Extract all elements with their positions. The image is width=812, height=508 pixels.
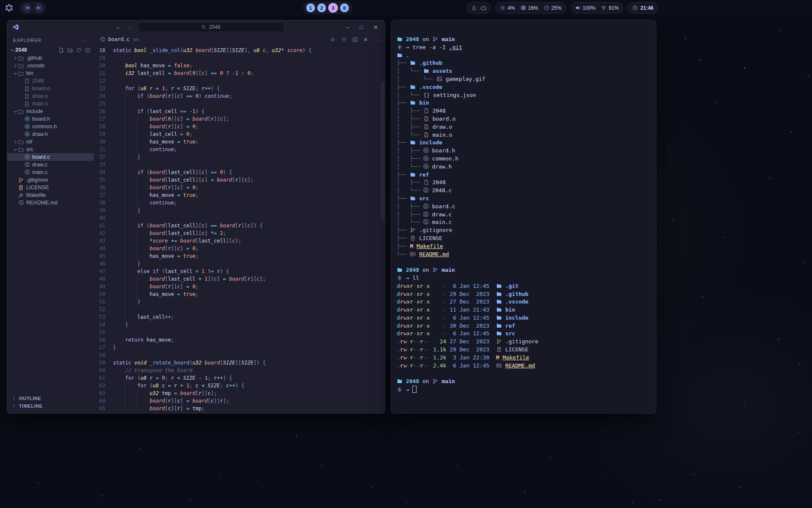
file-icon — [423, 179, 429, 185]
tree-item-board.c[interactable]: Ⓒboard.c — [7, 153, 94, 161]
tree-item-.github[interactable]: .github — [7, 54, 94, 62]
tree-item-main.c[interactable]: Ⓒmain.c — [7, 168, 94, 176]
terminal-line: drwxr-xr-x - 6 Jan 12:45 include — [397, 314, 653, 322]
tree-item-.gitignore[interactable]: .gitignore — [7, 176, 94, 184]
code-line-51: 51 } — [94, 298, 385, 306]
command-center-search[interactable]: 2048 — [138, 22, 284, 32]
code-line-53: 53 last_cell++; — [94, 313, 385, 321]
code-editor[interactable]: 18static bool _slide_col(u32 board[SIZE]… — [94, 45, 385, 413]
tree-item-label: bin — [26, 70, 33, 76]
project-header[interactable]: 2048 — [7, 46, 94, 54]
settings-gear-icon[interactable] — [341, 37, 347, 42]
tree-item-LICENSE[interactable]: LICENSE — [7, 184, 94, 191]
rain-drop-icon — [471, 5, 477, 11]
tree-item-common.h[interactable]: Ⓗcommon.h — [7, 123, 94, 130]
h-file-icon: Ⓗ — [24, 124, 30, 129]
tree-item-.vscode[interactable]: .vscode — [7, 62, 94, 69]
tree-item-bin[interactable]: bin — [7, 69, 94, 77]
code-line-60: 60 // transpose the board — [94, 367, 385, 374]
editor-scrollbar[interactable] — [381, 81, 384, 221]
tree-item-draw.h[interactable]: Ⓗdraw.h — [7, 130, 94, 138]
maximize-button[interactable]: □ — [359, 24, 363, 30]
code-line-39: 39 } — [94, 207, 385, 214]
workspace-8[interactable]: 8 — [340, 3, 349, 12]
launcher-icon[interactable] — [5, 3, 14, 12]
terminal-line: ├── ref — [397, 171, 653, 179]
terminal-line: │ └── Ⓒ main.c — [397, 218, 653, 226]
close-button[interactable]: ✕ — [373, 24, 378, 30]
minimize-button[interactable]: – — [346, 24, 349, 30]
binfile-icon — [24, 101, 30, 107]
tree-item-main.o[interactable]: main.o — [7, 100, 94, 108]
foldero-icon — [18, 109, 24, 114]
close-editor-icon[interactable]: ✕ — [363, 37, 368, 42]
split-editor-icon[interactable] — [352, 37, 358, 42]
outline-panel[interactable]: OUTLINE — [7, 395, 94, 402]
terminal-line — [397, 258, 653, 266]
nav-forward-button[interactable]: → — [127, 24, 133, 30]
new-file-icon[interactable] — [58, 47, 64, 53]
chev-right-icon — [12, 139, 18, 145]
tree-item-src[interactable]: src — [7, 146, 94, 153]
terminal-line: ├── M Makefile — [397, 243, 653, 251]
timeline-panel[interactable]: TIMELINE — [7, 402, 94, 410]
terminal-line: │ └── main.o — [397, 131, 653, 139]
tree-item-label: .github — [26, 55, 42, 61]
explorer-more-icon[interactable]: ··· — [81, 37, 88, 44]
clock-widget[interactable]: 21:46 — [628, 2, 658, 14]
chev-down-icon — [12, 70, 18, 76]
weather-widget[interactable] — [466, 2, 491, 14]
terminal-line: └── README.md — [397, 251, 653, 259]
terminal-line: .rw-r--r-- 24 27 Dec 2023 .gitignore — [397, 338, 653, 346]
tree-item-board.o[interactable]: board.o — [7, 85, 94, 92]
tree-item-ref[interactable]: ref — [7, 138, 94, 146]
media-next-button[interactable] — [34, 3, 43, 12]
volume-stat[interactable]: 100% — [575, 5, 596, 11]
terminal-line: drwxr-xr-x - 29 Dec 2023 .github — [397, 290, 653, 298]
h-file-icon: Ⓗ — [24, 116, 30, 121]
top-bar: 1238 4% 16% 25% 100% 91% 21:46 — [0, 0, 812, 16]
collapse-all-icon[interactable] — [85, 47, 91, 53]
tree-item-draw.c[interactable]: Ⓒdraw.c — [7, 161, 94, 168]
tree-item-label: Makefile — [26, 192, 46, 198]
terminal-line: .rw-r--r-- 1.2k 3 Jan 22:30 M Makefile — [397, 354, 653, 362]
more-actions-icon[interactable]: ··· — [373, 37, 379, 42]
terminal-line: 2048 on main — [397, 36, 653, 44]
code-line-58: 58 — [94, 351, 385, 359]
binfile-icon — [24, 86, 30, 91]
code-line-27: 27 board[0][c] = board[r][c]; — [94, 115, 385, 123]
tab-bar: Ⓒ board.c src ✕ ··· — [94, 34, 385, 45]
outline-label: OUTLINE — [19, 396, 41, 401]
binfile-icon — [423, 124, 429, 130]
wifi-stat[interactable]: 91% — [601, 5, 619, 11]
tree-item-Makefile[interactable]: Makefile — [7, 191, 94, 199]
workspace-1[interactable]: 1 — [306, 3, 315, 12]
speaker-icon — [575, 5, 581, 11]
tree-item-README.md[interactable]: ⓘREADME.md — [7, 199, 94, 207]
run-file-icon[interactable] — [330, 37, 336, 42]
folder-icon — [423, 68, 429, 74]
terminal-line: drwxr-xr-x - 6 Jan 12:45 .git — [397, 282, 653, 290]
code-line-33: 33 — [94, 161, 385, 168]
folder-icon — [410, 140, 416, 145]
tree-item-label: draw.o — [32, 93, 48, 99]
tree-item-label: board.c — [32, 154, 50, 160]
tree-item-2048[interactable]: 2048 — [7, 77, 94, 85]
workspace-3[interactable]: 3 — [328, 3, 338, 13]
tree-item-draw.o[interactable]: draw.o — [7, 92, 94, 100]
terminal-cursor — [412, 386, 417, 393]
new-folder-icon[interactable] — [67, 47, 73, 53]
refresh-icon[interactable] — [76, 47, 82, 53]
terminal-line: │ └── gameplay.gif — [397, 75, 653, 83]
nav-back-button[interactable]: ← — [116, 24, 122, 30]
code-line-43: 43 *score += board[last_cell][c]; — [94, 237, 385, 245]
workspace-2[interactable]: 2 — [317, 3, 326, 12]
foldero-icon — [18, 55, 24, 61]
code-line-37: 37 has_move = true; — [94, 191, 385, 199]
folder-icon — [496, 331, 502, 336]
media-prev-button[interactable] — [23, 3, 32, 12]
tree-item-board.h[interactable]: Ⓗboard.h — [7, 115, 94, 123]
tab-board-c[interactable]: Ⓒ board.c src — [100, 36, 140, 43]
tree-item-include[interactable]: include — [7, 108, 94, 115]
terminal-window[interactable]: 2048 on main → tree -a -I .git .├── .git… — [391, 20, 656, 414]
